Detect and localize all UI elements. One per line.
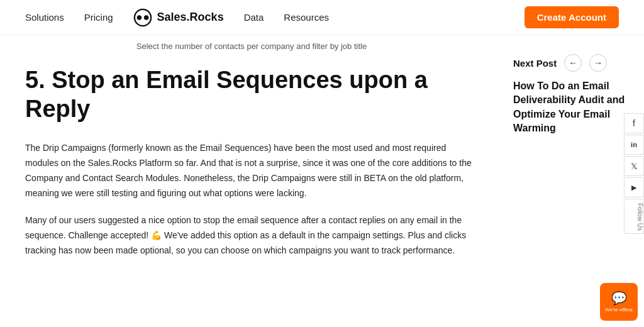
create-account-button[interactable]: Create Account	[525, 6, 619, 28]
next-post-section: Next Post ← → How To Do an Email Deliver…	[513, 54, 631, 136]
chat-icon: 💬	[611, 291, 627, 296]
page-wrapper: Select the number of contacts per compan…	[0, 35, 644, 296]
social-float: f in 𝕏 ▶ Follow Us	[624, 113, 644, 234]
nav-link-pricing[interactable]: Pricing	[84, 12, 113, 23]
twitter-icon[interactable]: 𝕏	[624, 156, 644, 176]
facebook-icon[interactable]: f	[624, 113, 644, 133]
nav-link-solutions[interactable]: Solutions	[25, 12, 64, 23]
svg-point-1	[136, 15, 142, 20]
nav-left: Solutions Pricing Sales.Rocks Data Resou…	[25, 8, 329, 27]
next-post-title[interactable]: How To Do an Email Deliverability Audit …	[513, 79, 631, 136]
nav-right: Create Account	[525, 6, 619, 28]
content-area: Select the number of contacts per compan…	[0, 35, 503, 296]
nav-link-resources[interactable]: Resources	[284, 12, 329, 23]
sidebar-right: Next Post ← → How To Do an Email Deliver…	[503, 35, 641, 296]
article-title: 5. Stop an Email Sequences upon a Reply	[25, 66, 478, 123]
youtube-icon[interactable]: ▶	[624, 177, 644, 197]
article-paragraph-1: The Drip Campaigns (formerly known as th…	[25, 141, 478, 201]
next-post-header: Next Post ← →	[513, 54, 631, 72]
linkedin-icon[interactable]: in	[624, 135, 644, 155]
navigation: Solutions Pricing Sales.Rocks Data Resou…	[0, 0, 644, 35]
logo-text: Sales.Rocks	[157, 11, 224, 24]
page-subtitle: Select the number of contacts per compan…	[25, 42, 478, 51]
article-body: The Drip Campaigns (formerly known as th…	[25, 141, 478, 258]
next-post-arrow[interactable]: →	[589, 54, 607, 72]
nav-link-data[interactable]: Data	[244, 12, 264, 23]
svg-point-2	[143, 15, 148, 20]
follow-us-label: Follow Us	[624, 201, 644, 234]
social-divider	[624, 199, 644, 199]
next-post-label: Next Post	[513, 58, 557, 69]
prev-post-arrow[interactable]: ←	[564, 54, 582, 72]
nav-logo[interactable]: Sales.Rocks	[133, 8, 224, 27]
article-paragraph-2: Many of our users suggested a nice optio…	[25, 213, 478, 258]
chat-widget[interactable]: 💬 We're offline	[600, 283, 638, 296]
